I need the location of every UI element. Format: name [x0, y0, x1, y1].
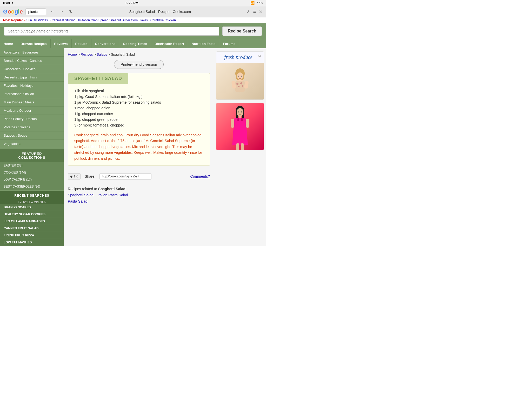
- close-icon[interactable]: ✕: [259, 9, 263, 15]
- nav-potluck[interactable]: Potluck: [72, 39, 91, 48]
- recipe-box: SPAGHETTI SALAD 1 lb. thin spaghetti 1 p…: [68, 73, 210, 166]
- chrome-actions: ↗︎ ≡ ✕: [246, 9, 263, 15]
- printer-button[interactable]: Printer-friendly version: [114, 60, 163, 69]
- status-bar-left: iPad ✦: [3, 1, 14, 5]
- breadcrumb-salads[interactable]: Salads: [97, 52, 107, 56]
- url-bar[interactable]: [25, 8, 46, 15]
- recent-pizza[interactable]: FRESH FRUIT PIZZA: [0, 232, 64, 239]
- sidebar-cat-mexican[interactable]: Mexican : Outdoor: [0, 107, 64, 115]
- share-icon[interactable]: ↗︎: [246, 9, 250, 15]
- related-link-3[interactable]: Pasta Salad: [68, 199, 88, 203]
- related-link-2[interactable]: Italian Pasta Salad: [98, 193, 128, 197]
- gplus-button[interactable]: g+1 0: [68, 173, 81, 179]
- nav-diet[interactable]: Diet/Health Report: [151, 39, 188, 48]
- recent-canned[interactable]: CANNED FRUIT SALAD: [0, 225, 64, 232]
- svg-rect-24: [236, 143, 239, 150]
- recipe-title: SPAGHETTI SALAD: [68, 73, 128, 84]
- ad-image-2[interactable]: [216, 103, 264, 150]
- popular-link-2[interactable]: Crabmeat Stuffing: [50, 18, 76, 22]
- svg-point-12: [241, 76, 242, 77]
- featured-casseroles[interactable]: BEST CASSEROLES (26): [0, 183, 64, 190]
- gplus-label: g+1: [70, 175, 75, 178]
- sidebar-cat-sauces[interactable]: Sauces : Soups: [0, 131, 64, 140]
- svg-point-18: [241, 111, 242, 112]
- popular-label: Most Popular: [3, 18, 23, 22]
- sidebar-cat-international[interactable]: International : Italian: [0, 90, 64, 98]
- comments-link[interactable]: Comments?: [190, 174, 210, 178]
- svg-rect-20: [237, 118, 239, 121]
- sidebar-cat-casseroles[interactable]: Casseroles : Cookies: [0, 65, 64, 73]
- nav-browse[interactable]: Browse Recipes: [17, 39, 50, 48]
- svg-rect-22: [231, 119, 234, 128]
- popular-link-3[interactable]: Imitation Crab Spread: [78, 18, 109, 22]
- sidebar-cat-vegetables[interactable]: Vegetables: [0, 140, 64, 148]
- ingredient-1: 1 lb. thin spaghetti: [74, 88, 203, 94]
- sidebar-cat-appetizers[interactable]: Appetizers : Beverages: [0, 48, 64, 57]
- svg-rect-23: [246, 119, 249, 128]
- right-column: fresh produce Ad: [214, 48, 266, 246]
- battery-label: 77%: [256, 1, 263, 5]
- recipe-instructions: Cook spaghetti; drain and cool. Pour dry…: [74, 132, 203, 161]
- sidebar-cat-pies[interactable]: Pies : Poultry : Pastas: [0, 115, 64, 123]
- ad-box-2: [216, 103, 264, 150]
- nav-nutrition[interactable]: Nutrition Facts: [188, 39, 220, 48]
- sidebar-cat-main[interactable]: Main Dishes : Meats: [0, 98, 64, 107]
- back-button[interactable]: ←: [49, 9, 56, 15]
- svg-point-8: [242, 85, 243, 87]
- nav-cooking-times[interactable]: Cooking Times: [119, 39, 151, 48]
- ingredient-7: 3 (or more) tomatoes, chopped: [74, 122, 203, 128]
- svg-rect-25: [241, 143, 244, 150]
- related-title: Recipes related to Spaghetti Salad: [68, 187, 210, 191]
- nav-reviews[interactable]: Reviews: [51, 39, 72, 48]
- ad-header: fresh produce Ad: [216, 52, 264, 63]
- breadcrumb-home[interactable]: Home: [68, 52, 77, 56]
- google-logo: Google: [3, 8, 23, 15]
- featured-low-calorie[interactable]: LOW CALORIE (17): [0, 176, 64, 183]
- popular-link-4[interactable]: Peanut Butter Corn Flakes: [111, 18, 148, 22]
- sidebar-cat-breads[interactable]: Breads : Cakes : Candies: [0, 57, 64, 65]
- svg-rect-10: [244, 81, 249, 89]
- recent-lamb[interactable]: LEG OF LAMB MARINADES: [0, 218, 64, 225]
- sidebar-cat-favorites[interactable]: Favorites : Holidays: [0, 82, 64, 90]
- featured-header: FEATUREDCOLLECTIONS: [0, 149, 64, 162]
- nav-controls: ← → ↻: [49, 9, 74, 15]
- recipe-content: 1 lb. thin spaghetti 1 pkg. Good Seasons…: [68, 84, 210, 165]
- featured-cookies[interactable]: COOKIES (144): [0, 169, 64, 176]
- search-button[interactable]: Recipe Search: [222, 26, 262, 36]
- popular-link-5[interactable]: Cornflake Chicken: [150, 18, 176, 22]
- forward-button[interactable]: →: [58, 9, 65, 15]
- refresh-button[interactable]: ↻: [68, 9, 74, 15]
- sidebar: Appetizers : Beverages Breads : Cakes : …: [0, 48, 64, 246]
- ingredient-list: 1 lb. thin spaghetti 1 pkg. Good Seasons…: [74, 88, 203, 128]
- nav-conversions[interactable]: Conversions: [91, 39, 119, 48]
- ingredient-5: 1 lg. chopped cucumber: [74, 111, 203, 117]
- recent-mashed[interactable]: LOW FAT MASHED: [0, 239, 64, 246]
- popular-link-1[interactable]: Sun Dill Pickles: [26, 18, 48, 22]
- ad-image-1[interactable]: [216, 63, 264, 99]
- printer-btn-wrap: Printer-friendly version: [68, 60, 210, 69]
- tabs-icon[interactable]: ≡: [253, 9, 256, 15]
- recent-sub: EVERY FEW MINUTES: [0, 200, 64, 204]
- browser-chrome: Google ← → ↻ Spaghetti Salad - Recipe - …: [0, 6, 266, 17]
- share-bar: g+1 0 Share: Comments?: [68, 170, 210, 183]
- breadcrumb-recipes[interactable]: Recipes: [81, 52, 93, 56]
- status-bar-time: 6:22 PM: [126, 1, 138, 5]
- gplus-count: 0: [76, 175, 78, 178]
- share-url-input[interactable]: [99, 173, 151, 179]
- nav-forums[interactable]: Forums: [219, 39, 239, 48]
- nav-home[interactable]: Home: [0, 39, 17, 48]
- recent-bran[interactable]: BRAN PANCAKES: [0, 204, 64, 211]
- recent-sugar[interactable]: HEALTHY SUGAR COOKIES: [0, 211, 64, 218]
- search-input[interactable]: [4, 27, 219, 36]
- ipad-label: iPad ✦: [3, 1, 14, 5]
- svg-rect-9: [231, 81, 236, 89]
- sidebar-cat-desserts[interactable]: Desserts : Eggs : Fish: [0, 73, 64, 82]
- sidebar-cat-potatoes[interactable]: Potatoes : Salads: [0, 123, 64, 131]
- breadcrumb-current: Spaghetti Salad: [111, 52, 135, 56]
- related-link-1[interactable]: Spaghetti Salad: [68, 193, 94, 197]
- sidebar-recent: RECENT SEARCHES EVERY FEW MINUTES BRAN P…: [0, 191, 64, 246]
- svg-point-6: [240, 82, 242, 84]
- share-label: Share:: [85, 174, 95, 178]
- featured-easter[interactable]: EASTER (33): [0, 162, 64, 169]
- svg-rect-4: [235, 81, 245, 92]
